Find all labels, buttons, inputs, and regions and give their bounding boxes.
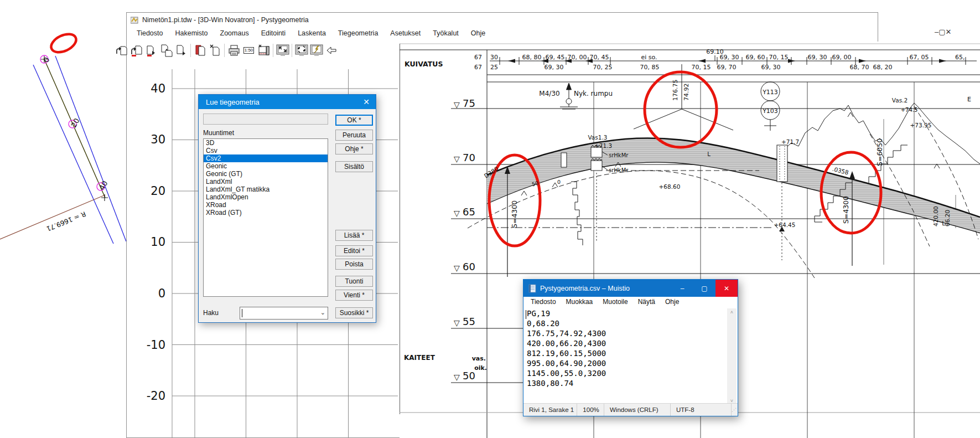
notepad-scrollbar[interactable]: ˄ ˅ bbox=[727, 308, 737, 405]
svg-label: 70, 15 bbox=[692, 64, 711, 71]
ok-button[interactable]: OK * bbox=[335, 115, 373, 126]
notepad-titlebar[interactable]: Pystygeometria.csv – Muistio – ▢ ✕ bbox=[523, 280, 738, 297]
svg-label: ▽ bbox=[454, 318, 460, 327]
svg-label: 65 bbox=[463, 206, 475, 218]
svg-label: Vas.2 bbox=[892, 97, 908, 104]
svg-label: L bbox=[707, 151, 711, 157]
copy-object-icon[interactable] bbox=[193, 43, 208, 58]
svg-label: 30 bbox=[151, 133, 165, 146]
converter-list[interactable]: 3DCsvCsv2GeonicGeonic (GT)LandXmlLandXml… bbox=[203, 138, 328, 297]
converter-item-xroad[interactable]: XRoad bbox=[204, 201, 328, 209]
tuonti-button[interactable]: Tuonti bbox=[335, 276, 373, 287]
arrow-left-icon[interactable] bbox=[324, 43, 339, 58]
suosikki-button[interactable]: Suosikki * bbox=[335, 307, 373, 318]
vienti-button[interactable]: Vienti * bbox=[335, 290, 373, 301]
menu-item-hakemisto[interactable]: Hakemisto bbox=[169, 28, 214, 40]
svg-label: Y103 bbox=[762, 107, 778, 115]
svg-label: S=6050 bbox=[875, 138, 884, 166]
fit-all-icon[interactable] bbox=[294, 43, 309, 58]
search-combobox[interactable]: ⌄ bbox=[240, 307, 328, 320]
svg-label: Vas1.3 bbox=[588, 134, 608, 141]
menu-item-editointi[interactable]: Editointi bbox=[255, 28, 292, 40]
window-ruler-icon[interactable] bbox=[256, 43, 271, 58]
converter-item-landxml[interactable]: LandXml bbox=[204, 178, 328, 185]
draw-screen-icon[interactable] bbox=[309, 43, 324, 58]
svg-label: 70, 15 bbox=[769, 54, 789, 61]
sisalto-button[interactable]: Sisältö bbox=[335, 161, 373, 172]
notepad-menu-item-muotoile[interactable]: Muotoile bbox=[598, 297, 632, 308]
notepad-menu-item-n-yt-[interactable]: Näytä bbox=[633, 297, 660, 308]
converter-item-csv2[interactable]: Csv2 bbox=[204, 154, 328, 162]
converter-item-landxml-gt-matikka[interactable]: LandXml_GT matikka bbox=[204, 185, 328, 193]
svg-label: 50 bbox=[463, 370, 475, 382]
menu-item-asetukset[interactable]: Asetukset bbox=[384, 28, 427, 40]
minimize-button[interactable]: – bbox=[935, 24, 938, 39]
notepad-minimize-button[interactable]: – bbox=[671, 280, 693, 297]
filename-input[interactable] bbox=[203, 114, 328, 125]
converter-item-3d[interactable]: 3D bbox=[204, 139, 328, 147]
notepad-maximize-button[interactable]: ▢ bbox=[693, 280, 715, 297]
open-file-icon[interactable] bbox=[114, 43, 129, 58]
csv-line: 812.19,60.15,5000 bbox=[527, 348, 730, 358]
delete-object-icon[interactable] bbox=[208, 43, 222, 58]
svg-label: 68, 70 bbox=[850, 64, 869, 71]
svg-label: 70, 45 bbox=[590, 54, 609, 61]
svg-label: 420.00 bbox=[932, 206, 939, 226]
converter-item-csv[interactable]: Csv bbox=[204, 147, 328, 154]
menu-item-tiedosto[interactable]: Tiedosto bbox=[131, 28, 169, 40]
svg-label: 67 bbox=[474, 64, 482, 71]
svg-label: KAITEET bbox=[404, 354, 435, 362]
svg-label: ▽ bbox=[454, 100, 460, 109]
converter-item-geonic[interactable]: Geonic bbox=[204, 162, 328, 170]
converters-label: Muuntimet bbox=[203, 129, 234, 137]
notepad-icon bbox=[528, 284, 537, 293]
notepad-menu-item-tiedosto[interactable]: Tiedosto bbox=[526, 297, 561, 308]
poista-button[interactable]: Poista bbox=[335, 259, 373, 270]
editoi-button[interactable]: Editoi * bbox=[335, 245, 373, 256]
dialog-close-icon[interactable]: ✕ bbox=[357, 95, 376, 109]
open-file-alt-icon[interactable] bbox=[129, 43, 144, 58]
scroll-up-icon[interactable]: ˄ bbox=[730, 308, 733, 316]
save-file-as-icon[interactable] bbox=[159, 43, 174, 58]
peruuta-button[interactable]: Peruuta bbox=[335, 130, 373, 141]
save-part-icon[interactable] bbox=[174, 43, 189, 58]
resize-grip[interactable]: ⋰ bbox=[732, 407, 738, 413]
close-button[interactable]: ✕ bbox=[946, 24, 952, 39]
ohje-button[interactable]: Ohje * bbox=[335, 143, 373, 154]
dialog-titlebar[interactable]: Lue tiegeometria bbox=[199, 95, 376, 109]
menu-item-zoomaus[interactable]: Zoomaus bbox=[214, 28, 255, 40]
notepad-text-area[interactable]: PG,190,68.20176.75,74.92,4300420.00,66.2… bbox=[525, 308, 730, 405]
plan-guide-line-right bbox=[55, 56, 126, 241]
menu-item-laskenta[interactable]: Laskenta bbox=[292, 28, 332, 40]
notepad-title-text: Pystygeometria.csv – Muistio bbox=[540, 285, 630, 292]
menu-item-ty-kalut[interactable]: Työkalut bbox=[427, 28, 465, 40]
lisaa-button[interactable]: Lisää * bbox=[335, 230, 373, 241]
menu-item-ohje[interactable]: Ohje bbox=[465, 28, 491, 40]
svg-label: +73.95 bbox=[910, 122, 932, 128]
scale-icon[interactable]: 1:50 bbox=[241, 43, 256, 58]
fit-screen-icon[interactable] bbox=[275, 43, 290, 58]
menu-item-tiegeometria[interactable]: Tiegeometria bbox=[332, 28, 385, 40]
converter-item-landxmlopen[interactable]: LandXmlOpen bbox=[204, 193, 328, 201]
svg-label: 74.92 bbox=[683, 84, 690, 101]
svg-label: +71.7 bbox=[781, 138, 799, 145]
notepad-menu-item-ohje[interactable]: Ohje bbox=[660, 297, 684, 308]
save-file-icon[interactable] bbox=[144, 43, 159, 58]
svg-label: 10 bbox=[151, 235, 165, 249]
converter-item-xroad-gt-[interactable]: XRoad (GT) bbox=[204, 209, 328, 217]
converter-item-geonic-gt-[interactable]: Geonic (GT) bbox=[204, 170, 328, 178]
main-titlebar[interactable]: Nimetön1.pi.tdw - [3D-Win Novatron] - Py… bbox=[126, 12, 878, 28]
notepad-menu-item-muokkaa[interactable]: Muokkaa bbox=[561, 297, 598, 308]
csv-line: 1145.00,55.0,3200 bbox=[527, 368, 730, 378]
svg-label: 0 bbox=[42, 56, 51, 64]
screenshot-root: { "window": { "title": "Nimetön1.pi.tdw … bbox=[0, 0, 980, 438]
svg-label: 176.75 bbox=[672, 80, 679, 101]
status-zoom-level: 100% bbox=[577, 404, 604, 416]
maximize-button[interactable]: ▢ bbox=[938, 24, 945, 39]
svg-label: oik. bbox=[474, 364, 487, 372]
print-icon[interactable] bbox=[226, 43, 241, 58]
notepad-close-button[interactable]: ✕ bbox=[715, 280, 738, 297]
svg-label: 69, 70 bbox=[717, 64, 737, 71]
svg-label: S=4300 bbox=[510, 200, 518, 228]
toolbar-separator bbox=[190, 44, 191, 57]
